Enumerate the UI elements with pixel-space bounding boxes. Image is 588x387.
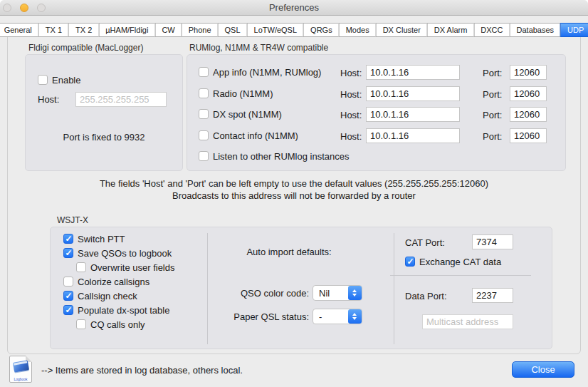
divider bbox=[390, 275, 531, 276]
listen-instances-label: Listen to other RUMlog instances bbox=[213, 151, 349, 162]
paper-qsl-status-label: Paper QSL status: bbox=[164, 311, 309, 322]
dx-spot-label: DX spot (N1MM) bbox=[213, 109, 282, 120]
tab-cw[interactable]: CW bbox=[154, 23, 182, 37]
footer-note: --> Items are stored in log database, ot… bbox=[41, 365, 243, 376]
exchange-cat-data-checkbox[interactable]: Exchange CAT data bbox=[405, 256, 501, 267]
tab-qsl[interactable]: QSL bbox=[218, 23, 248, 37]
populate-dx-spot-checkbox[interactable]: Populate dx-spot table bbox=[63, 304, 169, 316]
checkbox-icon[interactable] bbox=[199, 67, 209, 77]
save-qsos-label: Save QSOs to logbook bbox=[78, 248, 172, 259]
fldigi-host-label: Host: bbox=[38, 94, 59, 105]
checkbox-icon[interactable] bbox=[76, 262, 86, 272]
cq-calls-only-checkbox[interactable]: CQ calls only bbox=[76, 319, 145, 330]
host-label: Host: bbox=[340, 110, 362, 120]
close-button[interactable]: Close bbox=[512, 361, 574, 378]
fldigi-host-input[interactable] bbox=[75, 92, 167, 107]
logbook-icon-caption: Logbook bbox=[10, 377, 31, 381]
qso-color-code-value: Nil bbox=[313, 288, 348, 299]
tab-tx2[interactable]: TX 2 bbox=[68, 23, 99, 37]
exchange-cat-data-label: Exchange CAT data bbox=[419, 257, 501, 267]
radio-checkbox[interactable]: Radio (N1MM) bbox=[199, 88, 273, 99]
cat-port-label: CAT Port: bbox=[405, 237, 445, 248]
checkbox-icon[interactable] bbox=[76, 319, 86, 329]
port-label: Port: bbox=[483, 68, 502, 78]
host-label: Host: bbox=[340, 68, 362, 78]
tab-databases[interactable]: Databases bbox=[510, 23, 562, 37]
cat-port-input[interactable] bbox=[472, 234, 513, 249]
checkbox-icon[interactable] bbox=[63, 234, 73, 244]
radio-host-input[interactable] bbox=[366, 86, 460, 101]
app-info-port-input[interactable] bbox=[510, 65, 547, 80]
tab-general[interactable]: General bbox=[0, 23, 39, 37]
fldigi-group-label: Fldigi compatible (MacLogger) bbox=[28, 43, 143, 53]
host-port-note-line1: The fields 'Host' and 'Port' can be left… bbox=[0, 178, 588, 189]
contact-info-checkbox[interactable]: Contact info (N1MM) bbox=[199, 130, 298, 141]
qso-color-code-label: QSO color code: bbox=[164, 288, 309, 299]
checkbox-icon[interactable] bbox=[199, 88, 209, 98]
checkbox-icon[interactable] bbox=[38, 75, 48, 85]
checkbox-icon[interactable] bbox=[405, 257, 415, 267]
tab-udp[interactable]: UDP bbox=[560, 23, 588, 37]
tab-qrgs[interactable]: QRGs bbox=[303, 23, 340, 37]
app-info-host-input[interactable] bbox=[366, 65, 460, 80]
logbook-icon: Logbook bbox=[9, 356, 32, 383]
wsjtx-group-box: Switch PTT Save QSOs to logbook Overwrit… bbox=[50, 227, 552, 349]
data-port-input[interactable] bbox=[472, 288, 513, 303]
auto-import-defaults-label: Auto import defaults: bbox=[214, 247, 364, 257]
tab-phone[interactable]: Phone bbox=[182, 23, 219, 37]
switch-ptt-label: Switch PTT bbox=[78, 234, 125, 244]
tab-dx-cluster[interactable]: DX Cluster bbox=[376, 23, 428, 37]
stepper-arrows-icon[interactable] bbox=[348, 286, 362, 300]
dx-spot-host-input[interactable] bbox=[366, 107, 460, 122]
host-label: Host: bbox=[340, 89, 362, 100]
checkbox-icon[interactable] bbox=[63, 248, 73, 258]
fldigi-group-box: Enable Host: Port is fixed to 9932 bbox=[25, 54, 183, 171]
contact-info-label: Contact info (N1MM) bbox=[213, 130, 298, 141]
callsign-check-label: Callsign check bbox=[78, 291, 137, 301]
radio-label: Radio (N1MM) bbox=[213, 88, 273, 99]
book-icon bbox=[13, 360, 29, 372]
checkbox-icon[interactable] bbox=[63, 277, 73, 287]
colorize-callsigns-checkbox[interactable]: Colorize callsigns bbox=[63, 276, 149, 287]
port-label: Port: bbox=[483, 131, 502, 142]
dx-spot-port-input[interactable] bbox=[510, 107, 547, 122]
listen-instances-checkbox[interactable]: Listen to other RUMlog instances bbox=[199, 150, 349, 162]
tab-tx1[interactable]: TX 1 bbox=[38, 23, 69, 37]
qso-color-code-dropdown[interactable]: Nil bbox=[313, 285, 362, 301]
checkbox-icon[interactable] bbox=[63, 305, 73, 315]
checkbox-icon[interactable] bbox=[199, 130, 209, 140]
app-info-checkbox[interactable]: App info (N1MM, RUMlog) bbox=[199, 66, 321, 78]
switch-ptt-checkbox[interactable]: Switch PTT bbox=[63, 233, 125, 244]
tab-uham-fldigi[interactable]: µHAM/Fldigi bbox=[98, 23, 155, 37]
port-label: Port: bbox=[483, 89, 502, 100]
checkbox-icon[interactable] bbox=[199, 109, 209, 119]
host-label: Host: bbox=[340, 131, 362, 142]
tab-dxcc[interactable]: DXCC bbox=[473, 23, 510, 37]
stepper-arrows-icon[interactable] bbox=[348, 309, 362, 324]
tab-modes[interactable]: Modes bbox=[339, 23, 377, 37]
checkbox-icon[interactable] bbox=[199, 151, 209, 161]
multicast-address-input[interactable] bbox=[422, 314, 513, 329]
host-port-note-line2: Broadcasts to this address will not be f… bbox=[0, 190, 588, 201]
contact-info-host-input[interactable] bbox=[366, 128, 460, 143]
tab-lotw-eqsl[interactable]: LoTW/eQSL bbox=[247, 23, 305, 37]
title-bar: Preferences bbox=[0, 0, 588, 16]
tab-dx-alarm[interactable]: DX Alarm bbox=[427, 23, 474, 37]
dx-spot-checkbox[interactable]: DX spot (N1MM) bbox=[199, 108, 282, 120]
radio-port-input[interactable] bbox=[510, 86, 547, 101]
fldigi-enable-checkbox[interactable]: Enable bbox=[38, 74, 80, 86]
checkbox-icon[interactable] bbox=[63, 291, 73, 301]
contact-info-port-input[interactable] bbox=[510, 128, 547, 143]
rumlog-group-box: App info (N1MM, RUMlog) Host: Port: Radi… bbox=[187, 54, 566, 171]
rumlog-group-label: RUMlog, N1MM & TR4W compatible bbox=[189, 43, 328, 53]
paper-qsl-status-dropdown[interactable]: - bbox=[313, 309, 362, 324]
overwrite-user-fields-label: Overwrite user fields bbox=[90, 262, 174, 273]
cq-calls-only-label: CQ calls only bbox=[90, 319, 145, 330]
app-info-label: App info (N1MM, RUMlog) bbox=[213, 67, 321, 78]
callsign-check-checkbox[interactable]: Callsign check bbox=[63, 290, 137, 301]
divider bbox=[394, 233, 394, 344]
save-qsos-checkbox[interactable]: Save QSOs to logbook bbox=[63, 247, 172, 259]
paper-qsl-status-value: - bbox=[313, 311, 348, 322]
overwrite-user-fields-checkbox[interactable]: Overwrite user fields bbox=[76, 262, 174, 273]
colorize-callsigns-label: Colorize callsigns bbox=[78, 277, 149, 287]
